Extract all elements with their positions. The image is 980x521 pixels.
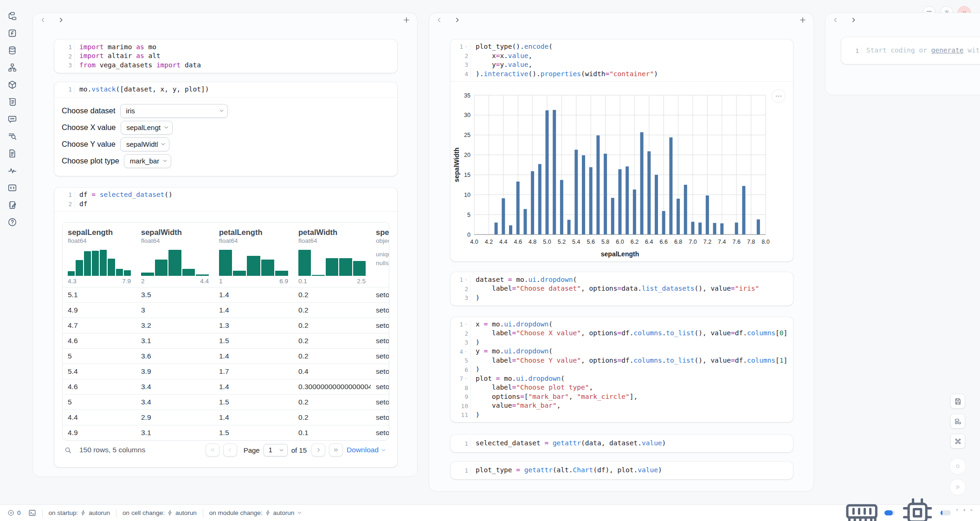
choose-y-value-select[interactable]: sepalWidth [120, 137, 169, 151]
chevron-left-icon [39, 16, 47, 24]
column-header [825, 13, 980, 27]
sidebar-item-dependency-graph[interactable] [4, 59, 20, 76]
choose-dataset-select[interactable]: iris [120, 104, 228, 118]
empty-cell[interactable]: 1Start coding or generate with AI [841, 37, 980, 64]
chevron-down-icon [297, 510, 303, 516]
svg-text:30: 30 [464, 112, 471, 118]
code-editor[interactable]: 1df = selected_dataset()2df [54, 188, 397, 211]
run-button[interactable] [949, 479, 966, 495]
plot-cell[interactable]: 1plot_type().encode(2 x=x.value,3 y=y.va… [451, 39, 793, 261]
histogram-bar [312, 275, 324, 276]
scroll-column-right-button[interactable] [850, 16, 857, 24]
code-line: 1Start coding or generate with AI [841, 46, 980, 55]
sparkle-ai-button[interactable] [956, 509, 958, 517]
download-button[interactable]: Download [347, 446, 387, 454]
scroll-column-right-button[interactable] [453, 16, 461, 24]
choose-plot-type-select[interactable]: mark_bar [124, 154, 171, 168]
selected-dataset-cell[interactable]: 1selected_dataset = getattr(data, datase… [451, 435, 793, 452]
line-number: 11 [451, 410, 471, 420]
terminal-button[interactable] [28, 509, 36, 517]
add-cell-button[interactable] [402, 16, 411, 24]
add-cell-button[interactable] [799, 16, 807, 24]
choose-y-value-select[interactable]: sepalWidth [120, 137, 169, 151]
sidebar-item-activity-pulse[interactable] [4, 162, 20, 179]
scroll-column-left-button[interactable] [436, 16, 443, 24]
check-circle-button[interactable] [970, 509, 973, 517]
code-editor[interactable]: 1dataset = mo.ui.dropdown(2 label="Choos… [451, 272, 793, 306]
code-editor[interactable]: 1plot_type = getattr(alt.Chart(df), plot… [451, 462, 793, 479]
sidebar-item-package-cube[interactable] [4, 76, 20, 93]
scroll-column-left-button[interactable] [832, 16, 839, 24]
last-page-button[interactable] [329, 443, 343, 456]
dataframe-cell[interactable]: 1df = selected_dataset()2dfsepalLengthfl… [54, 188, 397, 467]
cpu-usage-meter [941, 510, 951, 515]
code-editor[interactable]: 1x = mo.ui.dropdown(2 label="Choose X va… [451, 317, 793, 422]
column-header-species[interactable]: speciesobjectunique:nulls: [371, 228, 389, 285]
vstack-cell[interactable]: 1mo.vstack([dataset, x, y, plot])Choose … [54, 82, 397, 176]
sidebar-item-function-f[interactable] [4, 25, 20, 42]
chart-bar [625, 166, 629, 234]
scroll-column-left-button[interactable] [39, 16, 47, 24]
code-editor[interactable]: 1mo.vstack([dataset, x, y, plot]) [54, 82, 397, 97]
stop-button[interactable] [949, 458, 966, 475]
dataset-dropdown-cell[interactable]: 1dataset = mo.ui.dropdown(2 label="Choos… [451, 272, 793, 306]
save-button[interactable] [950, 394, 965, 409]
code-editor[interactable]: 1selected_dataset = getattr(data, datase… [451, 435, 793, 452]
code-text: value="mark_bar", [471, 401, 561, 410]
column-header-petalLength[interactable]: petalLengthfloat6416.9 [214, 228, 293, 285]
histogram-bar [233, 271, 246, 276]
column-header-petalWidth[interactable]: petalWidthfloat640.12.5 [293, 228, 371, 285]
sidebar-item-code-snippet[interactable] [4, 179, 20, 196]
sidebar-item-script-scroll[interactable] [4, 93, 20, 111]
first-page-button[interactable] [206, 443, 219, 456]
bar-chart-svg[interactable]: 4.04.24.44.64.85.05.25.45.65.86.06.26.46… [451, 83, 793, 261]
imports-cell[interactable]: 1import marimo as mo2import altair as al… [54, 39, 397, 73]
svg-text:7.8: 7.8 [747, 239, 755, 245]
min-value: 0.1 [298, 278, 307, 285]
choose-dataset-select[interactable]: iris [120, 104, 228, 118]
code-editor[interactable]: 1import marimo as mo2import altair as al… [54, 39, 397, 73]
scroll-column-right-button[interactable] [57, 16, 64, 24]
sidebar-item-database[interactable] [4, 42, 20, 59]
code-text: ).interactive().properties(width="contai… [471, 70, 658, 79]
sidebar-item-chat-bot[interactable] [4, 111, 20, 128]
prev-page-button[interactable] [223, 443, 237, 456]
table-search-button[interactable] [64, 446, 72, 454]
code-editor[interactable]: 1plot_type().encode(2 x=x.value,3 y=y.va… [451, 39, 793, 81]
choose-x-value-select[interactable]: sepalLength [121, 121, 173, 135]
table-cell: 5.1 [63, 291, 136, 299]
sidebar-item-help[interactable] [4, 214, 20, 231]
error-count: 0 [17, 509, 21, 516]
page-select[interactable]: 1 [264, 444, 288, 456]
runtime-setting-1[interactable]: on startup:autorun [49, 509, 110, 516]
code-text: label="Choose X value", options=df.colum… [471, 329, 787, 338]
column-header-sepalWidth[interactable]: sepalWidthfloat6424.4 [136, 228, 214, 285]
chart-menu-button[interactable] [772, 89, 786, 103]
errors-indicator[interactable]: 0 [7, 509, 21, 516]
robot-button[interactable] [963, 509, 966, 517]
sidebar-item-scratchpad[interactable] [4, 196, 20, 214]
page-select[interactable]: 1 [264, 444, 288, 456]
choose-plot-type-select[interactable]: mark_bar [124, 154, 171, 168]
layout-grid-button[interactable] [950, 414, 965, 429]
sidebar-item-file-tree[interactable] [4, 7, 20, 25]
column-dtype: object [376, 237, 389, 244]
table-cell: 0.2 [293, 413, 371, 422]
code-line: 2import altair as alt [54, 52, 397, 61]
choose-x-value-select[interactable]: sepalLength [121, 121, 173, 135]
histogram-bar [261, 260, 274, 276]
sidebar-item-search-list[interactable] [4, 128, 20, 145]
code-line: 2 label="Choose X value", options=df.col… [451, 329, 793, 338]
runtime-setting-3[interactable]: on module change:autorun [209, 509, 303, 516]
dropdown-controls-output: Choose datasetirisChoose X valuesepalLen… [54, 98, 397, 168]
runtime-setting-2[interactable]: on cell change:autorun [122, 509, 197, 516]
command-button[interactable] [950, 434, 965, 449]
next-page-button[interactable] [311, 443, 325, 456]
sidebar-item-document[interactable] [4, 145, 20, 162]
column-name: species [376, 228, 389, 237]
xy-plot-dropdowns-cell[interactable]: 1x = mo.ui.dropdown(2 label="Choose X va… [451, 317, 793, 422]
code-editor[interactable]: 1Start coding or generate with AI [841, 37, 980, 64]
column-header-sepalLength[interactable]: sepalLengthfloat644.37.9 [63, 228, 136, 285]
histogram-bar [326, 258, 338, 276]
plot-type-cell[interactable]: 1plot_type = getattr(alt.Chart(df), plot… [451, 462, 793, 479]
